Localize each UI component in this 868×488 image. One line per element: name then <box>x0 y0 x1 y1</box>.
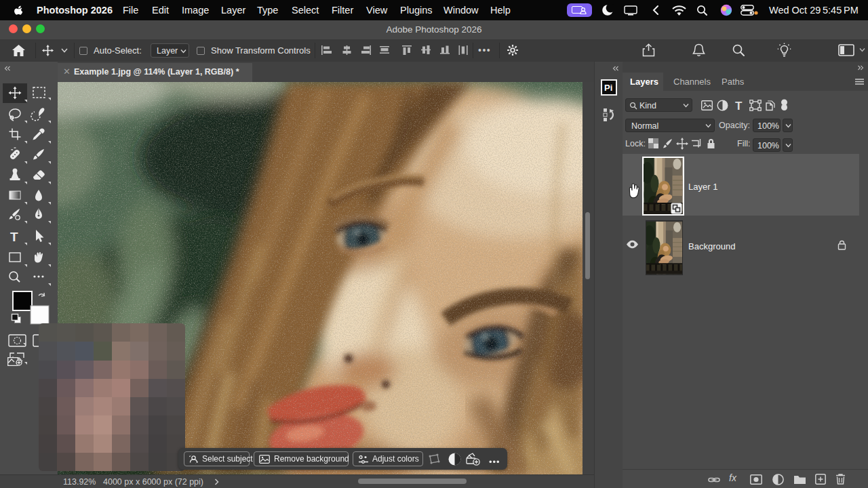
svg-text:Pi: Pi <box>604 83 612 93</box>
svg-text:T: T <box>10 230 18 244</box>
svg-text:T: T <box>735 100 743 113</box>
